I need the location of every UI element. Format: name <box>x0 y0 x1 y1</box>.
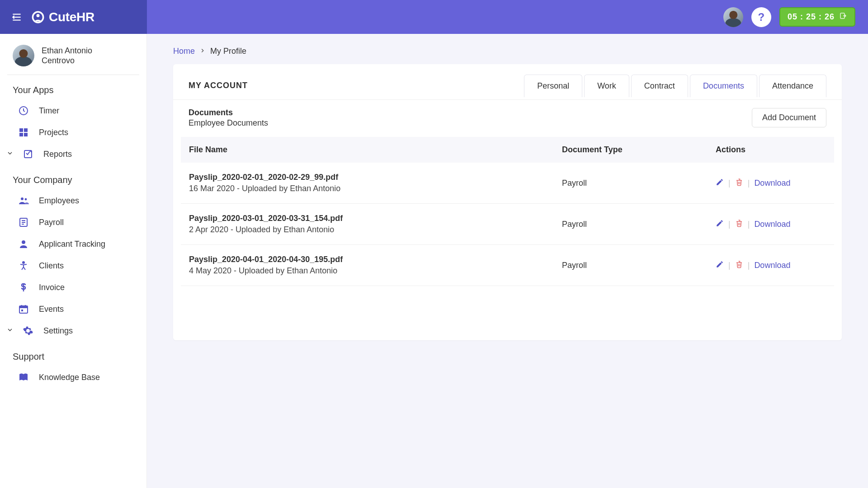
tab-contract[interactable]: Contract <box>631 75 688 97</box>
accessibility-icon <box>18 260 29 271</box>
separator: | <box>728 261 731 270</box>
separator: | <box>748 220 750 229</box>
sidebar-avatar <box>13 45 34 66</box>
add-document-button[interactable]: Add Document <box>752 108 826 127</box>
help-button[interactable]: ? <box>751 7 771 27</box>
brand-name: CuteHR <box>49 10 94 24</box>
separator: | <box>748 178 750 188</box>
chevron-down-icon <box>6 150 14 159</box>
card-title: MY ACCOUNT <box>189 81 248 90</box>
brand-logo[interactable]: CuteHR <box>32 10 94 24</box>
file-type: Payroll <box>554 245 708 286</box>
documents-table: File Name Document Type Actions Payslip_… <box>181 137 834 286</box>
delete-icon[interactable] <box>735 178 743 188</box>
user-icon <box>18 239 29 249</box>
sidebar-item-clients[interactable]: Clients <box>3 255 144 277</box>
sidebar-item-applicant-tracking[interactable]: Applicant Tracking <box>3 233 144 255</box>
file-name: Payslip_2020-03-01_2020-03-31_154.pdf <box>189 214 546 223</box>
calendar-icon <box>18 304 29 314</box>
tabs: PersonalWorkContractDocumentsAttendance <box>524 74 826 97</box>
profile-name-line2: Centrovo <box>42 56 92 66</box>
chevron-right-icon <box>199 47 206 56</box>
chevron-down-icon <box>6 326 14 336</box>
sidebar-item-events[interactable]: Events <box>3 298 144 320</box>
edit-icon[interactable] <box>716 219 724 230</box>
section-support-label: Support <box>0 342 146 366</box>
header-left: CuteHR <box>0 0 147 34</box>
timer-value: 05 : 25 : 26 <box>788 12 835 22</box>
sidebar-item-invoice[interactable]: Invoice <box>3 277 144 298</box>
edit-icon[interactable] <box>716 260 724 271</box>
sidebar: Ethan Antonio Centrovo Your Apps Timer P… <box>0 0 147 488</box>
file-meta: 2 Apr 2020 - Uploaded by Ethan Antonio <box>189 225 546 235</box>
tab-work[interactable]: Work <box>584 75 629 97</box>
book-icon <box>18 372 29 383</box>
reports-icon <box>23 149 33 160</box>
edit-icon[interactable] <box>716 178 724 188</box>
delete-icon[interactable] <box>735 260 743 271</box>
svg-point-19 <box>23 262 24 263</box>
payroll-icon <box>18 217 29 228</box>
header-right: ? 05 : 25 : 26 <box>147 7 868 27</box>
sidebar-item-knowledge-base[interactable]: Knowledge Base <box>3 366 144 388</box>
svg-rect-24 <box>21 310 23 311</box>
account-card: MY ACCOUNT PersonalWorkContractDocuments… <box>173 64 842 340</box>
sidebar-item-reports[interactable]: Reports <box>3 143 144 165</box>
clock-icon <box>18 105 29 116</box>
breadcrumb: Home My Profile <box>173 47 842 56</box>
col-doc-type: Document Type <box>554 137 708 163</box>
dollar-icon <box>18 282 29 293</box>
separator: | <box>748 261 750 270</box>
svg-rect-9 <box>19 133 23 136</box>
people-icon <box>18 195 29 206</box>
download-link[interactable]: Download <box>754 178 790 188</box>
profile-name-line1: Ethan Antonio <box>42 46 92 56</box>
sidebar-item-payroll[interactable]: Payroll <box>3 211 144 233</box>
table-row: Payslip_2020-04-01_2020-04-30_195.pdf4 M… <box>181 245 834 286</box>
svg-point-4 <box>37 14 40 17</box>
section-apps-label: Your Apps <box>0 75 146 100</box>
brand-icon <box>32 11 44 23</box>
svg-point-12 <box>21 197 24 200</box>
separator: | <box>728 178 731 188</box>
file-name: Payslip_2020-04-01_2020-04-30_195.pdf <box>189 255 546 264</box>
main-content: Home My Profile MY ACCOUNT PersonalWorkC… <box>147 0 868 488</box>
timer-exit-icon <box>839 12 847 22</box>
sidebar-item-projects[interactable]: Projects <box>3 122 144 143</box>
crumb-current: My Profile <box>210 47 246 56</box>
file-type: Payroll <box>554 163 708 204</box>
svg-rect-21 <box>19 306 28 308</box>
tab-attendance[interactable]: Attendance <box>759 75 826 97</box>
sidebar-item-employees[interactable]: Employees <box>3 190 144 211</box>
sidebar-profile[interactable]: Ethan Antonio Centrovo <box>0 34 146 75</box>
separator: | <box>728 220 731 229</box>
app-header: CuteHR ? 05 : 25 : 26 <box>0 0 868 34</box>
timer-pill[interactable]: 05 : 25 : 26 <box>779 7 855 27</box>
col-file-name: File Name <box>181 137 554 163</box>
file-meta: 4 May 2020 - Uploaded by Ethan Antonio <box>189 266 546 276</box>
gear-icon <box>23 325 33 336</box>
delete-icon[interactable] <box>735 219 743 230</box>
svg-rect-7 <box>19 128 23 132</box>
download-link[interactable]: Download <box>754 220 790 229</box>
header-avatar[interactable] <box>723 7 743 27</box>
table-row: Payslip_2020-02-01_2020-02-29_99.pdf16 M… <box>181 163 834 204</box>
download-link[interactable]: Download <box>754 261 790 270</box>
svg-rect-8 <box>24 128 28 132</box>
crumb-home[interactable]: Home <box>173 47 195 56</box>
sidebar-item-settings[interactable]: Settings <box>3 320 144 342</box>
file-meta: 16 Mar 2020 - Uploaded by Ethan Antonio <box>189 184 546 193</box>
menu-toggle-button[interactable] <box>11 11 23 23</box>
col-actions: Actions <box>708 137 834 163</box>
table-row: Payslip_2020-03-01_2020-03-31_154.pdf2 A… <box>181 204 834 245</box>
svg-point-13 <box>25 198 27 201</box>
tab-documents[interactable]: Documents <box>690 75 757 97</box>
file-type: Payroll <box>554 204 708 245</box>
svg-point-18 <box>22 240 25 244</box>
section-title: Documents <box>189 108 268 117</box>
file-name: Payslip_2020-02-01_2020-02-29_99.pdf <box>189 173 546 182</box>
sidebar-item-timer[interactable]: Timer <box>3 100 144 122</box>
tab-personal[interactable]: Personal <box>524 75 582 97</box>
section-subtitle: Employee Documents <box>189 118 268 128</box>
svg-rect-10 <box>24 133 28 136</box>
